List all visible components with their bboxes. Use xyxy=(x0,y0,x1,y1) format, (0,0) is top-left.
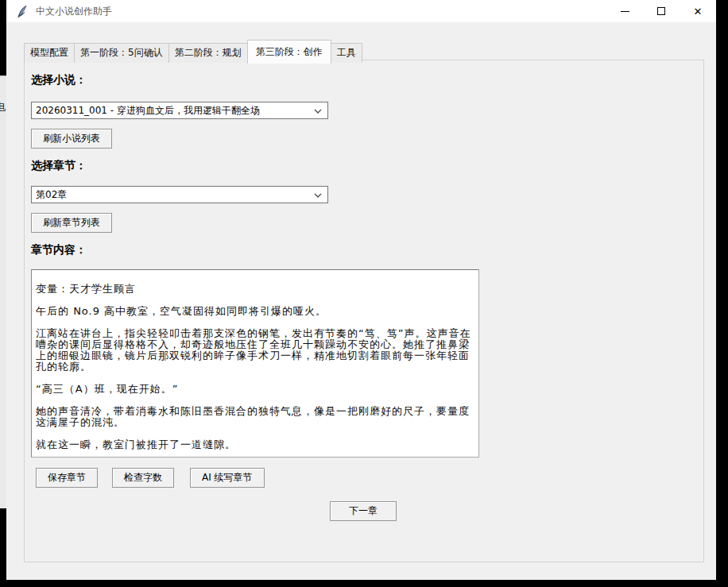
chapter-select-value: 第02章 xyxy=(36,188,67,202)
close-button[interactable]: ✕ xyxy=(680,0,716,22)
select-chapter-label: 选择章节： xyxy=(31,159,87,173)
window-title: 中文小说创作助手 xyxy=(36,5,112,18)
chapter-content-label: 章节内容： xyxy=(31,243,87,257)
feather-icon xyxy=(17,5,28,18)
novel-select[interactable]: 20260311_001 - 穿进狗血文后，我用逻辑干翻全场 xyxy=(31,102,328,119)
minimize-button[interactable] xyxy=(606,0,643,22)
maximize-button[interactable] xyxy=(643,0,680,22)
tab-bar: 模型配置 第一阶段：5问确认 第二阶段：规划 第三阶段：创作 工具 xyxy=(24,40,362,63)
chevron-down-icon xyxy=(314,109,322,114)
window-controls: ✕ xyxy=(606,0,716,22)
novel-select-value: 20260311_001 - 穿进狗血文后，我用逻辑干翻全场 xyxy=(36,104,260,118)
titlebar: 中文小说创作助手 ✕ xyxy=(6,0,716,22)
tab-stage2-planning[interactable]: 第二阶段：规划 xyxy=(168,43,248,63)
tab-tools[interactable]: 工具 xyxy=(331,43,362,63)
select-novel-label: 选择小说： xyxy=(31,73,87,87)
close-icon: ✕ xyxy=(694,6,703,17)
minimize-icon xyxy=(621,11,629,12)
chapter-content-textarea[interactable]: 变量：天才学生顾言 午后的 No.9 高中教室，空气凝固得如同即将引爆的哑火。 … xyxy=(31,269,479,458)
ai-continue-writing-button[interactable]: AI 续写章节 xyxy=(190,468,265,488)
tab-stage1-5questions[interactable]: 第一阶段：5问确认 xyxy=(74,43,169,63)
tab-model-config[interactable]: 模型配置 xyxy=(24,43,75,63)
refresh-chapter-list-button[interactable]: 刷新章节列表 xyxy=(31,213,112,233)
chevron-down-icon xyxy=(314,193,322,198)
check-word-count-button[interactable]: 检查字数 xyxy=(112,468,174,488)
background-window-partial-text: 电 xyxy=(0,100,6,114)
maximize-icon xyxy=(657,7,665,15)
save-chapter-button[interactable]: 保存章节 xyxy=(36,468,98,488)
tab-stage3-writing[interactable]: 第三阶段：创作 xyxy=(247,40,331,64)
app-window: 中文小说创作助手 ✕ 模型配置 第一阶段：5问确认 第二阶段：规划 第三阶段：创… xyxy=(6,0,716,580)
chapter-select[interactable]: 第02章 xyxy=(31,186,328,203)
tab-panel-writing: 选择小说： 20260311_001 - 穿进狗血文后，我用逻辑干翻全场 刷新小… xyxy=(24,60,704,562)
next-chapter-button[interactable]: 下一章 xyxy=(330,501,397,521)
refresh-novel-list-button[interactable]: 刷新小说列表 xyxy=(31,129,112,149)
